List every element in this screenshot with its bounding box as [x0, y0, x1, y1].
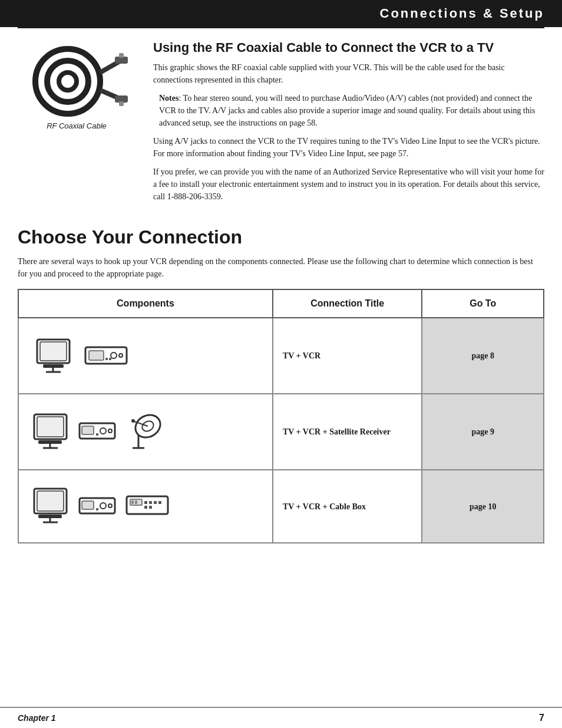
table-header-row: Components Connection Title Go To [18, 289, 544, 318]
notes-label: Notes [159, 94, 178, 103]
svg-rect-11 [40, 342, 67, 361]
svg-point-2 [59, 73, 77, 90]
connection-title-3: TV + VCR + Cable Box [283, 502, 366, 511]
svg-rect-45 [96, 508, 98, 510]
rf-caption: RF Coaxial Cable [47, 121, 107, 130]
svg-rect-48 [131, 500, 134, 504]
svg-rect-22 [37, 417, 64, 437]
svg-rect-42 [82, 501, 94, 509]
rf-section-heading: Using the RF Coaxial Cable to Connect th… [153, 40, 544, 55]
connection-title-cell-2: TV + VCR + Satellite Receiver [273, 394, 422, 470]
svg-point-44 [108, 504, 112, 508]
tv-icon-1 [31, 334, 75, 378]
notes-body: : To hear stereo sound, you will need to… [159, 94, 535, 127]
footer-page-number: 7 [539, 713, 544, 723]
header-title: Connections & Setup [380, 6, 544, 21]
table-row: TV + VCR + Cable Box page 10 [18, 470, 544, 543]
svg-point-27 [100, 428, 106, 434]
tv-icon-3 [31, 486, 70, 527]
connection-title-2: TV + VCR + Satellite Receiver [283, 427, 391, 436]
rf-section: RF Coaxial Cable Using the RF Coaxial Ca… [18, 40, 544, 209]
svg-rect-52 [154, 501, 157, 504]
rf-paragraph1: This graphic shows the RF coaxial cable … [153, 61, 544, 86]
connection-title-cell-1: TV + VCR [273, 318, 422, 394]
table-row: TV + VCR + Satellite Receiver page 9 [18, 394, 544, 470]
choose-heading: Choose Your Connection [18, 226, 544, 248]
tv-icon-2 [31, 411, 70, 453]
col-header-components: Components [18, 289, 273, 318]
svg-rect-26 [82, 426, 94, 434]
devices-row2 [28, 404, 263, 460]
page-footer: Chapter 1 7 [0, 707, 562, 728]
svg-rect-19 [109, 358, 111, 360]
svg-point-43 [100, 503, 106, 509]
col-header-goto: Go To [422, 289, 544, 318]
svg-rect-5 [119, 53, 124, 58]
goto-1: page 8 [471, 351, 494, 360]
connection-title-1: TV + VCR [283, 351, 320, 360]
main-content: RF Coaxial Cable Using the RF Coaxial Ca… [0, 28, 562, 555]
cable-box-icon [125, 490, 170, 523]
components-cell-2 [18, 394, 273, 470]
rf-image-column: RF Coaxial Cable [18, 40, 135, 209]
svg-point-16 [111, 353, 117, 358]
svg-rect-8 [119, 101, 124, 106]
devices-row3 [28, 480, 263, 533]
footer-chapter-label: Chapter 1 [18, 713, 56, 723]
svg-rect-50 [144, 501, 147, 504]
rf-paragraph3: If you prefer, we can provide you with t… [153, 166, 544, 203]
page-header: Connections & Setup [0, 0, 562, 27]
vcr-icon-3 [78, 493, 117, 520]
svg-rect-51 [149, 501, 152, 504]
connection-table: Components Connection Title Go To [18, 289, 544, 543]
goto-cell-2: page 9 [422, 394, 544, 470]
svg-point-35 [131, 419, 135, 423]
svg-rect-53 [158, 501, 161, 504]
svg-rect-55 [149, 506, 152, 509]
svg-rect-29 [96, 433, 98, 436]
svg-rect-15 [89, 351, 104, 360]
rf-text-column: Using the RF Coaxial Cable to Connect th… [153, 40, 544, 209]
svg-point-28 [108, 429, 112, 433]
rf-notes: Notes: To hear stereo sound, you will ne… [153, 92, 544, 129]
goto-2: page 9 [471, 427, 494, 436]
svg-point-17 [119, 354, 123, 357]
vcr-icon-2 [78, 419, 117, 445]
connection-title-cell-3: TV + VCR + Cable Box [273, 470, 422, 543]
goto-3: page 10 [470, 502, 497, 511]
rf-paragraph2: Using A/V jacks to connect the VCR to th… [153, 135, 544, 160]
satellite-icon [125, 410, 164, 454]
svg-rect-49 [135, 500, 137, 504]
goto-cell-1: page 8 [422, 318, 544, 394]
rf-cable-image [24, 40, 130, 117]
svg-rect-54 [144, 506, 147, 509]
goto-cell-3: page 10 [422, 470, 544, 543]
col-header-connection-title: Connection Title [273, 289, 422, 318]
svg-rect-10 [43, 364, 64, 368]
devices-row1 [28, 328, 263, 384]
components-cell-1 [18, 318, 273, 394]
choose-intro: There are several ways to hook up your V… [18, 255, 544, 280]
vcr-icon-1 [84, 342, 128, 369]
svg-point-1 [47, 61, 88, 102]
svg-rect-21 [38, 440, 62, 444]
components-cell-3 [18, 470, 273, 543]
choose-section: Choose Your Connection There are several… [18, 226, 544, 543]
svg-rect-18 [105, 358, 108, 360]
svg-rect-38 [37, 491, 64, 511]
svg-rect-37 [38, 515, 62, 518]
table-row: TV + VCR page 8 [18, 318, 544, 394]
